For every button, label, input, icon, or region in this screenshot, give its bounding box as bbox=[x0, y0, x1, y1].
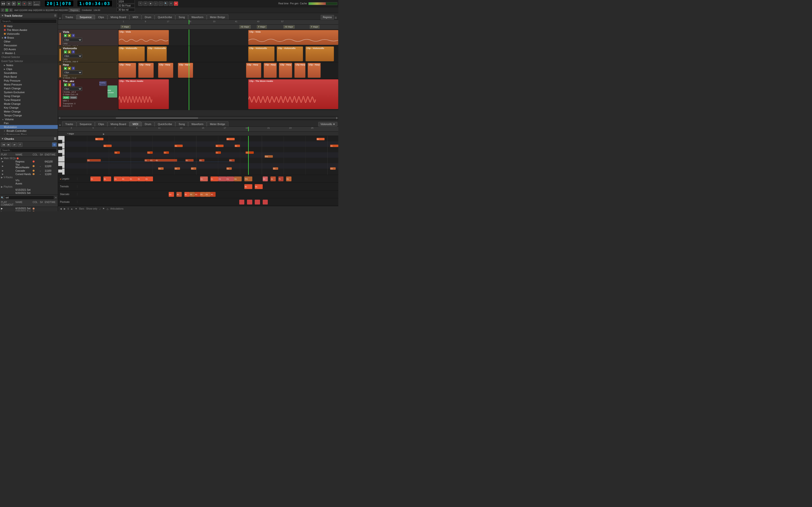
event-tempo-change[interactable]: Tempo Change bbox=[0, 113, 58, 117]
midi-note-d1-4[interactable]: D1 bbox=[226, 167, 232, 170]
tremolo-note-1[interactable]: B1 bbox=[244, 184, 252, 189]
legato-note-e1-5[interactable]: E1 bbox=[210, 176, 218, 181]
chunk-set-june20[interactable]: 6/20/2021 Set bbox=[0, 191, 58, 194]
chunk-cursed-hands[interactable]: ▶ Cursed Hands - 1|1|00 bbox=[0, 172, 58, 176]
moon-mode-select[interactable]: Clips bbox=[63, 87, 82, 91]
moon-solo-btn[interactable]: ☰ bbox=[71, 83, 75, 87]
moon-play-btn[interactable]: ▶ bbox=[64, 83, 67, 87]
rewind-btn[interactable]: ◀◀ bbox=[1, 1, 5, 6]
scroll-right-arrow[interactable] bbox=[336, 117, 337, 119]
chunks-search[interactable] bbox=[1, 148, 57, 152]
tab-tracks[interactable]: Tracks bbox=[62, 14, 77, 19]
midi-note-d1-3[interactable]: D1 bbox=[191, 167, 197, 170]
midi-tab-song[interactable]: Song bbox=[175, 121, 188, 126]
play-btn[interactable]: ▶ bbox=[17, 1, 21, 6]
track-search-input[interactable] bbox=[1, 19, 57, 23]
harp-clip-4[interactable]: Clip - Harp bbox=[178, 63, 193, 78]
snap-btn[interactable]: ⊞ bbox=[9, 8, 12, 12]
midi-note-e1-6[interactable]: E1 bbox=[199, 159, 205, 162]
event-poly-pressure[interactable]: Poly Pressure bbox=[0, 79, 58, 82]
legato-note-a1-2[interactable]: A1 bbox=[270, 176, 276, 181]
event-mode-change[interactable]: Mode Change bbox=[0, 102, 58, 106]
legato-note-d2[interactable]: D2 bbox=[263, 176, 268, 181]
pizzicato-note-3[interactable] bbox=[255, 200, 260, 205]
harp-clip-3[interactable]: Clip - Harp bbox=[158, 63, 173, 78]
violoncello-clip-1[interactable]: Clip - Violoncello bbox=[118, 46, 145, 61]
event-song-change[interactable]: Song Change bbox=[0, 94, 58, 98]
tremolo-note-2[interactable]: B1 bbox=[255, 184, 262, 189]
staccato-a1[interactable]: A1 bbox=[195, 192, 200, 197]
moon-clip-2[interactable]: Clip - The Moon Awake bbox=[248, 79, 338, 109]
loop-btn[interactable]: ⟳ bbox=[28, 1, 32, 6]
midi-panel-close[interactable]: ✕ bbox=[59, 124, 61, 126]
staccato-e1[interactable]: E1 bbox=[176, 192, 182, 197]
midi-tab-sequence[interactable]: Sequence bbox=[77, 121, 95, 126]
violoncello-solo-btn[interactable]: ☰ bbox=[71, 50, 75, 54]
midi-note-e1-2[interactable]: E1 bbox=[145, 159, 150, 162]
viola-clip-2[interactable]: Clip - Viola bbox=[248, 30, 338, 45]
event-mono-pressure[interactable]: Mono Pressure bbox=[0, 82, 58, 87]
midi-note-a1-1[interactable]: A1 bbox=[103, 145, 112, 147]
chunk-regress[interactable]: ▶ Regress 64|1|00 bbox=[0, 160, 58, 163]
chunks-filter-clear[interactable]: ✕ bbox=[55, 196, 57, 199]
harp-play-btn[interactable]: ▶ bbox=[64, 67, 67, 70]
midi-key-arrow[interactable]: ▶ bbox=[103, 132, 105, 135]
chunk-set-june15[interactable]: 6/15/2021 Set bbox=[0, 188, 58, 191]
track-selector-menu[interactable]: ☰ bbox=[54, 14, 56, 17]
midi-note-e1-3[interactable]: E1 bbox=[150, 159, 155, 162]
legato-note-e1-1[interactable]: E1 bbox=[90, 176, 101, 181]
harp-mode-select[interactable]: Clips bbox=[63, 70, 82, 74]
bottom-info-btn[interactable]: ℹ bbox=[68, 207, 69, 210]
bottom-prev-btn[interactable]: ◀ bbox=[60, 207, 62, 210]
tree-item-violoncello[interactable]: Violoncello bbox=[0, 32, 58, 36]
chunks-menu[interactable]: ☰ bbox=[54, 137, 56, 140]
event-notes[interactable]: ▶ Notes bbox=[0, 63, 58, 67]
track-selector-close[interactable]: ✕ bbox=[1, 14, 3, 17]
viola-solo-btn[interactable]: ☰ bbox=[71, 34, 75, 37]
legato-note-e1-4[interactable]: E1 bbox=[145, 176, 153, 181]
event-soundbites[interactable]: Soundbites bbox=[0, 71, 58, 75]
scroll-left-arrow[interactable] bbox=[59, 117, 60, 119]
midi-tab-mixing[interactable]: Mixing Board bbox=[108, 121, 129, 126]
midi-tab-meter-bridge[interactable]: Meter Bridge bbox=[207, 121, 229, 126]
tool-btn-6[interactable]: 🔍 bbox=[164, 1, 168, 6]
chunks-next[interactable]: ▶| bbox=[6, 143, 11, 147]
chunk-set2-bottom[interactable]: ▶ 6/20/2021 Set bbox=[0, 210, 58, 211]
midi-tab-tracks[interactable]: Tracks bbox=[62, 121, 77, 126]
viola-clip-1[interactable]: Clip - Viola bbox=[118, 30, 169, 45]
tree-item-percussion[interactable]: Percussion bbox=[0, 44, 58, 47]
tab-waveform[interactable]: Waveform bbox=[188, 14, 207, 19]
midi-note-e1-4[interactable]: E1 bbox=[155, 159, 177, 162]
viola-mode-select[interactable]: Clips bbox=[63, 38, 82, 42]
chunks-close[interactable]: ✕ bbox=[1, 137, 3, 140]
event-system-excl[interactable]: System Exclusive bbox=[0, 90, 58, 94]
bottom-note-btn[interactable]: ♩ bbox=[99, 207, 101, 210]
regress-btn[interactable]: Regress bbox=[69, 8, 80, 12]
midi-tab-midi[interactable]: MIDI bbox=[130, 121, 141, 126]
legato-note-e1-3[interactable]: E1 bbox=[137, 176, 145, 181]
violoncello-clip-3[interactable]: Clip - Violoncello bbox=[248, 46, 274, 61]
midi-note-e1-5[interactable]: E1 bbox=[185, 159, 194, 162]
event-key-change[interactable]: Key Change bbox=[0, 106, 58, 110]
tool-btn-2[interactable]: ✏ bbox=[143, 1, 148, 6]
midi-note-b1-3[interactable]: B1 bbox=[317, 138, 325, 140]
sequence-panel-close[interactable]: ✕ bbox=[59, 17, 61, 19]
harp-clip-7[interactable]: Clip - Harp bbox=[279, 63, 292, 78]
tool-btn-7[interactable]: ⚙ bbox=[169, 1, 173, 6]
event-volume[interactable]: ▲ Volume bbox=[0, 117, 58, 121]
midi-tab-drum[interactable]: Drum bbox=[142, 121, 154, 126]
pizzicato-note-2[interactable] bbox=[247, 200, 252, 205]
harp-clip-9[interactable]: Clip - Harp bbox=[308, 63, 321, 78]
chunks-cycle[interactable]: ↺ bbox=[18, 143, 22, 147]
event-clips[interactable]: ▶ Clips bbox=[0, 67, 58, 71]
legato-note-fsharp1[interactable]: F#1 bbox=[244, 176, 252, 181]
staccato-d1-2[interactable]: D1 bbox=[205, 192, 210, 197]
harp-mute-btn[interactable]: ■ bbox=[68, 67, 71, 70]
legato-note-d1-2[interactable]: D1 bbox=[286, 176, 292, 181]
midi-note-a1-2[interactable]: A1 bbox=[174, 145, 183, 147]
tree-item-harp[interactable]: Harp bbox=[0, 24, 58, 28]
bottom-triangle-btn[interactable]: △ bbox=[107, 207, 108, 210]
tool-btn-1[interactable]: ↖ bbox=[138, 1, 143, 6]
tab-meter-bridge[interactable]: Meter Bridge bbox=[207, 14, 229, 19]
midi-note-d1-5[interactable]: D1 bbox=[273, 167, 278, 170]
